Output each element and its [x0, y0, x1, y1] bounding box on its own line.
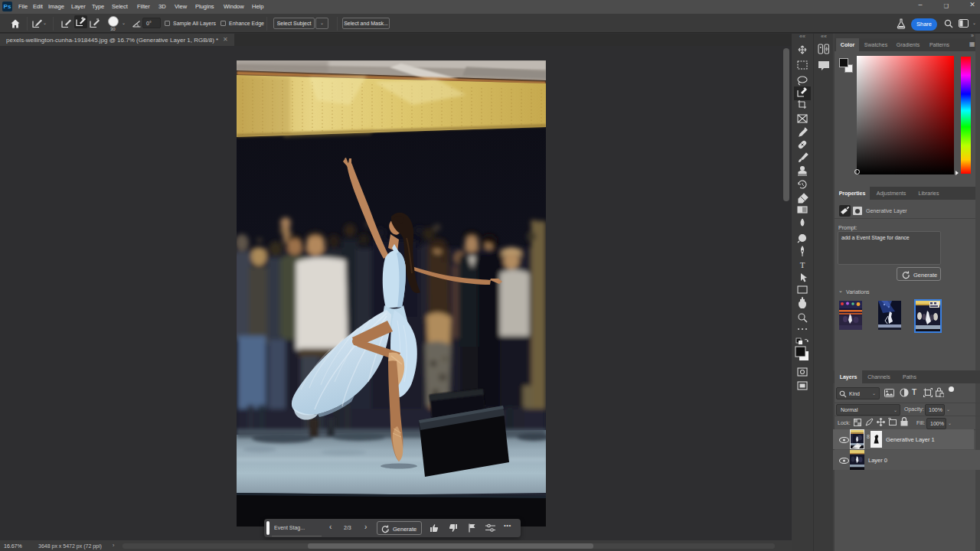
svg-text:T: T — [800, 260, 805, 269]
svg-text:««: «« — [799, 34, 805, 39]
svg-text:««: «« — [821, 34, 827, 39]
